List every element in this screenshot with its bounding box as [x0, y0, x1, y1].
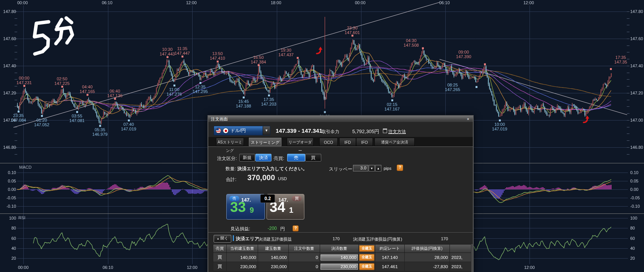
total-unit: USD — [278, 176, 287, 181]
col-close-qty[interactable]: 決済数量 — [320, 244, 359, 253]
tab-ifo[interactable]: IFO — [356, 138, 373, 146]
pnl-value: -200 — [268, 226, 277, 231]
cell-side: 買 — [213, 253, 227, 262]
divider — [208, 232, 473, 233]
order-dialog: 注文画面 × ドル/円 ▼ 147.339 - 147.341 取引余力 5,7… — [208, 115, 474, 272]
col-date[interactable] — [450, 244, 471, 253]
sell-price-button[interactable]: 売 147. 33 9 — [226, 194, 265, 220]
pips-label: pips — [384, 166, 391, 171]
cell-date: 2023, — [450, 253, 471, 262]
position-row[interactable]: 買 230,000 230,000 0 230,000 全建玉 147.461 … — [213, 262, 471, 271]
chevron-down-icon[interactable]: ▼ — [263, 126, 270, 135]
window-icon — [383, 129, 387, 133]
pnl-help-button[interactable]: ? — [293, 225, 299, 231]
tab-oco[interactable]: OCO — [319, 138, 338, 146]
order-tabbar: ASストリーミング ストリーミング リーブオーダー OCO IFD IFO 通貨… — [208, 137, 473, 147]
cell-side: 買 — [213, 262, 227, 271]
sell-price-big: 33 — [230, 200, 246, 215]
order-type-label: 注文区分: — [217, 155, 237, 162]
cell-rate: 147.461 — [375, 262, 405, 271]
close-qty-input[interactable]: 230,000 — [320, 264, 358, 270]
us-flag-icon — [216, 128, 221, 134]
cell-pnl: -27,830 — [405, 262, 450, 271]
tab-streaming[interactable]: ストリーミング — [249, 138, 281, 146]
eval-pnl-label: 決済建玉評価損益 — [258, 236, 292, 242]
new-order-button[interactable]: 新規 — [239, 154, 255, 161]
sell-toggle-button[interactable]: 売 — [287, 154, 305, 161]
cell-date: 2023, — [450, 262, 471, 271]
currency-pair-select[interactable]: ドル/円 ▼ — [214, 126, 270, 135]
buy-price-sub: 1 — [289, 206, 293, 215]
spread-value: 0.2 — [260, 194, 275, 203]
sell-price-sub: 9 — [250, 206, 254, 215]
quantity-message: 決済エリアで入力してください。 — [237, 166, 307, 172]
price-separator: - — [298, 127, 300, 134]
close-area-label: 決済エリア — [236, 236, 259, 242]
margin-label: 取引余力 — [322, 129, 339, 135]
cell-qty: 230,000 — [258, 262, 289, 271]
cell-qty: 140,000 — [258, 253, 289, 262]
open-area-button[interactable]: ▲ 開く — [214, 235, 231, 243]
slippage-down-button[interactable]: ▼ — [369, 165, 375, 171]
col-side[interactable]: 売買 — [213, 244, 227, 253]
eval-pnl-jpy-label: 決済建玉評価損益(円換算) — [353, 236, 402, 242]
all-positions-header-button[interactable]: 全建玉 — [359, 245, 374, 252]
eval-pnl-jpy-value: 170 — [423, 236, 448, 241]
pnl-label: 見込損益: — [230, 226, 250, 232]
pnl-unit: 円 — [280, 226, 285, 232]
open-label: 開く — [221, 236, 228, 240]
cell-pnl: 28,000 — [405, 253, 450, 262]
all-positions-button[interactable]: 全建玉 — [359, 254, 374, 261]
table-header-row: 売買 当初建玉数量 建玉数量 注文中数量 決済数量 全建玉 約定レート 評価損益… — [213, 244, 471, 253]
order-method-label: 注文方法 — [388, 129, 406, 134]
ask-price: 147.341 — [302, 127, 322, 134]
jp-flag-icon — [223, 128, 229, 134]
total-value: 370,000 — [247, 173, 275, 182]
area-accent-bar — [233, 235, 234, 241]
col-pnl-jpy[interactable]: 評価損益(円換算) — [405, 244, 450, 253]
slippage-up-button[interactable]: ▲ — [375, 165, 381, 171]
tab-all-close[interactable]: 通貨ペア全決済 — [374, 138, 415, 146]
buy-toggle-button[interactable]: 買 — [305, 154, 321, 161]
total-label: 合計: — [226, 176, 236, 183]
table-scrollbar[interactable] — [471, 244, 473, 272]
dialog-titlebar[interactable]: 注文画面 — [208, 116, 473, 122]
bid-price: 147.339 — [276, 127, 296, 134]
margin-value: 5,792,305円 — [352, 128, 379, 135]
cell-pending: 0 — [289, 262, 320, 271]
quote-price: 147.339 - 147.341 — [276, 127, 322, 134]
positions-table: 売買 当初建玉数量 建玉数量 注文中数量 決済数量 全建玉 約定レート 評価損益… — [213, 244, 471, 271]
cell-pending: 0 — [289, 253, 320, 262]
tab-leave-order[interactable]: リーブオーダー — [287, 138, 314, 146]
close-icon[interactable]: × — [466, 117, 471, 121]
col-qty[interactable]: 建玉数量 — [258, 244, 289, 253]
slippage-input[interactable]: 3.0 — [353, 165, 368, 171]
col-rate[interactable]: 約定レート — [375, 244, 405, 253]
side-label: 売買: — [274, 155, 284, 162]
tab-as-streaming[interactable]: ASストリーミング — [216, 138, 244, 146]
buy-badge: 買 — [292, 196, 302, 201]
currency-pair-label: ドル/円 — [230, 127, 263, 134]
col-all-positions: 全建玉 — [359, 244, 375, 253]
slippage-help-button[interactable]: ? — [397, 165, 403, 171]
eval-pnl-value: 170 — [315, 236, 340, 241]
cell-initial-qty: 140,000 — [227, 253, 258, 262]
cell-rate: 147.140 — [375, 253, 405, 262]
col-pending-qty[interactable]: 注文中数量 — [289, 244, 320, 253]
quantity-label: 数量: — [226, 166, 236, 172]
tab-ifd[interactable]: IFD — [339, 138, 356, 146]
close-qty-input[interactable]: 140,000 — [320, 254, 358, 261]
cell-initial-qty: 230,000 — [227, 262, 258, 271]
fx-trading-app: 00:0006:1012:0018:0000:0006:1012:0000:00… — [0, 0, 644, 272]
order-method-link[interactable]: 注文方法 — [383, 129, 406, 135]
col-initial-qty[interactable]: 当初建玉数量 — [227, 244, 258, 253]
position-row[interactable]: 買 140,000 140,000 0 140,000 全建玉 147.140 … — [213, 253, 471, 262]
close-order-button[interactable]: 決済 — [255, 154, 271, 161]
triangle-up-icon: ▲ — [217, 237, 219, 240]
all-positions-button[interactable]: 全建玉 — [359, 263, 374, 270]
